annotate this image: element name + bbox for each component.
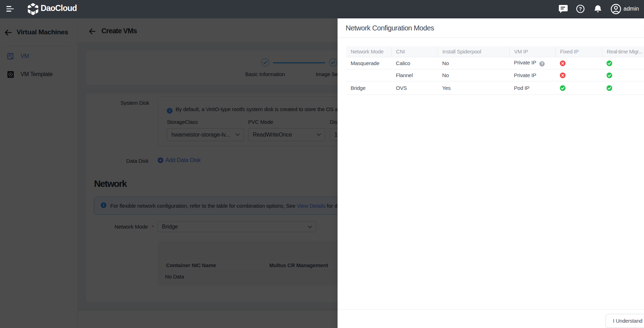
svg-text:?: ? (579, 6, 582, 12)
